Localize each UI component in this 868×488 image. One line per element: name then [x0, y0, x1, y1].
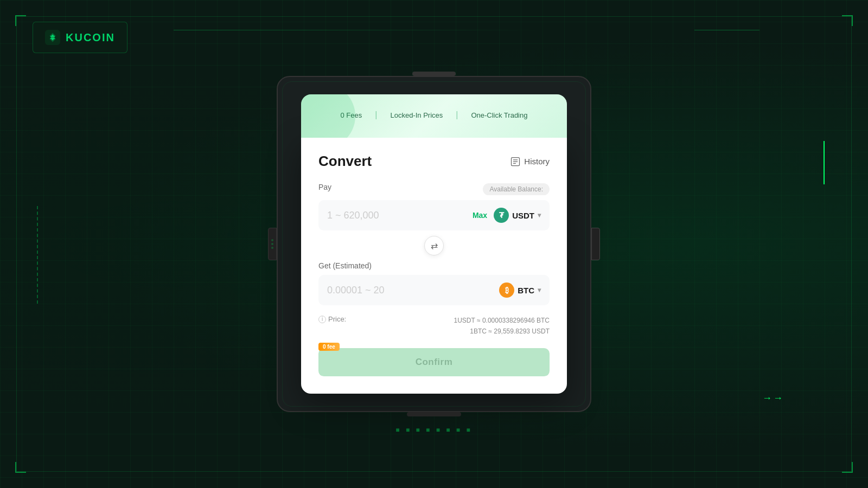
history-button[interactable]: History [510, 156, 550, 167]
history-label: History [524, 157, 550, 166]
swap-icon: ⇄ [431, 241, 438, 251]
deco-dots: ■ ■ ■ ■ ■ ■ ■ ■ [395, 426, 472, 434]
deco-vert-left [37, 206, 38, 304]
convert-title: Convert [318, 153, 372, 170]
get-amount-placeholder: 0.00001 ~ 20 [327, 285, 499, 296]
banner-divider-1: | [375, 110, 377, 120]
price-info-icon: i [318, 316, 326, 323]
convert-card: Convert History Pay Available Balance: [301, 138, 567, 394]
get-section: Get (Estimated) 0.00001 ~ 20 ₿ BTC ▾ [318, 261, 550, 305]
logo-text: KUCOIN [66, 31, 115, 44]
btc-icon: ₿ [499, 282, 514, 298]
deco-line-top [174, 30, 542, 30]
pay-currency-chevron: ▾ [538, 211, 541, 219]
logo-box: KUCOIN [33, 22, 127, 53]
card-header: Convert History [318, 153, 550, 170]
frame-bottom-bar [407, 412, 461, 416]
price-label: i Price: [318, 315, 346, 323]
pay-currency-selector[interactable]: ₮ USDT ▾ [494, 208, 541, 223]
banner-item-fees: 0 Fees [341, 111, 362, 119]
pay-input-row: 1 ~ 620,000 Max ₮ USDT ▾ [318, 200, 550, 230]
banner-item-prices: Locked-In Prices [390, 111, 443, 119]
max-button[interactable]: Max [473, 211, 487, 220]
banner-item-trading: One-Click Trading [471, 111, 527, 119]
available-balance-label: Available Balance: [489, 185, 543, 193]
history-icon [510, 156, 521, 167]
zero-fee-badge: 0 fee [318, 343, 340, 351]
get-label: Get (Estimated) [318, 261, 372, 270]
top-banner: 0 Fees | Locked-In Prices | One-Click Tr… [301, 94, 567, 138]
pay-currency-label: USDT [512, 211, 534, 220]
deco-arrows: →→ [762, 393, 784, 404]
get-currency-label: BTC [518, 286, 534, 295]
usdt-icon: ₮ [494, 208, 509, 223]
swap-section: ⇄ [318, 236, 550, 255]
banner-divider-2: | [456, 110, 458, 120]
get-currency-chevron: ▾ [538, 286, 541, 294]
confirm-section: 0 fee Confirm [318, 348, 550, 376]
deco-line-right [694, 30, 760, 30]
confirm-button[interactable]: Confirm [318, 348, 550, 376]
available-balance-badge: Available Balance: [483, 183, 550, 195]
pay-section: Pay Available Balance: 1 ~ 620,000 Max ₮… [318, 183, 550, 230]
pay-label: Pay [318, 183, 331, 191]
price-line-2: 1BTC ≈ 29,559.8293 USDT [454, 326, 550, 337]
convert-dialog: 0 Fees | Locked-In Prices | One-Click Tr… [301, 94, 567, 394]
get-input-row: 0.00001 ~ 20 ₿ BTC ▾ [318, 275, 550, 305]
kucoin-logo-icon [45, 30, 60, 45]
price-values: 1USDT ≈ 0.0000338296946 BTC 1BTC ≈ 29,55… [454, 315, 550, 337]
deco-vert-right [824, 141, 825, 184]
price-section: i Price: 1USDT ≈ 0.0000338296946 BTC 1BT… [318, 315, 550, 337]
frame-top-bar [412, 72, 456, 76]
pay-amount-placeholder: 1 ~ 620,000 [327, 210, 473, 221]
frame-left-panel [268, 228, 277, 260]
frame-right-panel [591, 228, 600, 260]
swap-button[interactable]: ⇄ [424, 236, 444, 255]
get-currency-selector[interactable]: ₿ BTC ▾ [499, 282, 541, 298]
price-line-1: 1USDT ≈ 0.0000338296946 BTC [454, 315, 550, 326]
